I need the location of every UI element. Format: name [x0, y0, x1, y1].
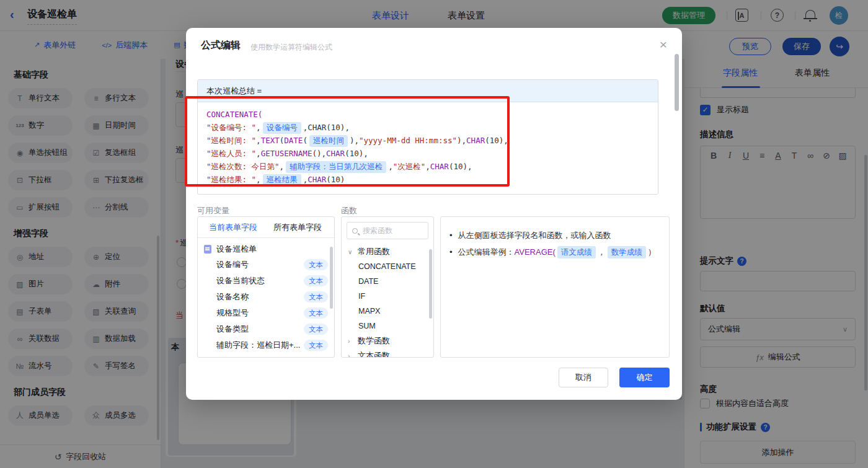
variables-tabs: 当前表单字段 所有表单字段 [198, 217, 334, 238]
function-group[interactable]: ›数学函数 [342, 333, 433, 348]
functions-panel: ∨常用函数CONCATENATEDATEIFMAPXSUM›数学函数›文本函数 [341, 216, 434, 358]
modal-title: 公式编辑 [201, 39, 241, 52]
variables-scrollbar-thumb[interactable] [330, 247, 333, 309]
variable-row[interactable]: 设备编号文本 [198, 257, 334, 273]
variable-name: 辅助字段：巡检日期+... [216, 340, 300, 351]
variable-name: 设备类型 [216, 324, 249, 335]
variable-type-badge: 文本 [304, 275, 328, 286]
field-chip[interactable]: 语文成绩 [557, 246, 596, 258]
variable-type-badge: 文本 [304, 307, 328, 319]
bullet-icon: • [450, 227, 453, 244]
bullet-icon: • [450, 244, 453, 260]
tip-item: •公式编辑举例：AVERAGE(语文成绩，数学成绩） [450, 244, 660, 260]
editor-scrollbar-thumb[interactable] [675, 54, 679, 111]
function-group-name: 数学函数 [358, 335, 390, 347]
function-item[interactable]: CONCATENATE [342, 259, 433, 274]
function-group-name: 常用函数 [358, 246, 390, 257]
chevron-right-icon: › [348, 353, 353, 358]
function-group-name: 文本函数 [358, 350, 390, 358]
variable-row[interactable]: 规格型号文本 [198, 305, 334, 321]
confirm-button[interactable]: 确定 [619, 368, 670, 387]
function-search-box [347, 222, 428, 239]
functions-label: 函数 [341, 205, 357, 216]
chevron-right-icon: › [348, 338, 353, 345]
tab-all-form-fields[interactable]: 所有表单字段 [273, 222, 322, 233]
code-segment: 公式编辑举例： [458, 247, 515, 257]
variable-row[interactable]: 设备类型文本 [198, 321, 334, 337]
variable-name: 设备当前状态 [216, 275, 265, 286]
modal-subtitle: 使用数学运算符编辑公式 [250, 42, 332, 53]
functions-scrollbar-thumb[interactable] [429, 249, 432, 319]
chevron-down-icon: ∨ [348, 249, 353, 255]
code-segment: ） [648, 247, 656, 257]
variable-name: 规格型号 [216, 307, 249, 319]
tip-text: 公式编辑举例：AVERAGE(语文成绩，数学成绩） [458, 244, 656, 260]
code-segment: ， [598, 247, 606, 257]
form-document-icon [204, 245, 211, 254]
variable-name: 设备名称 [216, 291, 249, 302]
variable-row[interactable]: 辅助字段：巡检日期+...文本 [198, 337, 334, 353]
red-highlight-annotation [185, 96, 510, 187]
tip-item: •从左侧面板选择字段名和函数，或输入函数 [450, 227, 660, 244]
function-item[interactable]: SUM [342, 319, 433, 333]
app-window: ‹ 设备巡检单 表单设计表单设置 数据管理 A ? 检 ↗表单外链</>后端脚本… [0, 0, 868, 468]
function-item[interactable]: IF [342, 289, 433, 304]
tab-current-form-fields[interactable]: 当前表单字段 [209, 222, 257, 233]
variable-type-badge: 文本 [304, 259, 328, 270]
search-icon [352, 228, 358, 234]
variable-row[interactable]: 设备名称文本 [198, 289, 334, 305]
variables-label: 可用变量 [197, 205, 229, 216]
variable-type-badge: 文本 [304, 291, 328, 302]
function-group[interactable]: ∨常用函数 [342, 244, 433, 259]
formula-tips-panel: •从左侧面板选择字段名和函数，或输入函数•公式编辑举例：AVERAGE(语文成绩… [440, 216, 670, 358]
variable-type-badge: 文本 [304, 340, 328, 351]
variable-row[interactable]: 设备当前状态文本 [198, 273, 334, 289]
function-search-input[interactable] [361, 226, 423, 236]
cancel-button[interactable]: 取消 [559, 368, 608, 387]
function-group[interactable]: ›文本函数 [342, 348, 433, 358]
variables-form-name: 设备巡检单 [216, 244, 257, 255]
close-icon[interactable]: × [660, 38, 667, 51]
function-item[interactable]: DATE [342, 274, 433, 289]
variable-type-badge: 文本 [304, 324, 328, 335]
tip-text: 从左侧面板选择字段名和函数，或输入函数 [458, 227, 611, 244]
code-segment: 从左侧面板选择字段名和函数，或输入函数 [458, 231, 611, 240]
tips-list: •从左侧面板选择字段名和函数，或输入函数•公式编辑举例：AVERAGE(语文成绩… [450, 227, 660, 260]
variables-form-group[interactable]: 设备巡检单 [198, 238, 334, 257]
formula-edit-modal: 公式编辑 使用数学运算符编辑公式 × 本次巡检总结 = CONCATENATE(… [186, 28, 682, 400]
variable-name: 设备编号 [216, 259, 249, 270]
code-segment: AVERAGE( [515, 247, 556, 257]
function-item[interactable]: MAPX [342, 304, 433, 319]
variables-list: 设备编号文本设备当前状态文本设备名称文本规格型号文本设备类型文本辅助字段：巡检日… [198, 257, 334, 353]
field-chip[interactable]: 数学成绩 [608, 246, 646, 258]
variables-panel: 当前表单字段 所有表单字段 设备巡检单 设备编号文本设备当前状态文本设备名称文本… [197, 216, 335, 358]
functions-list: ∨常用函数CONCATENATEDATEIFMAPXSUM›数学函数›文本函数 [342, 244, 433, 358]
